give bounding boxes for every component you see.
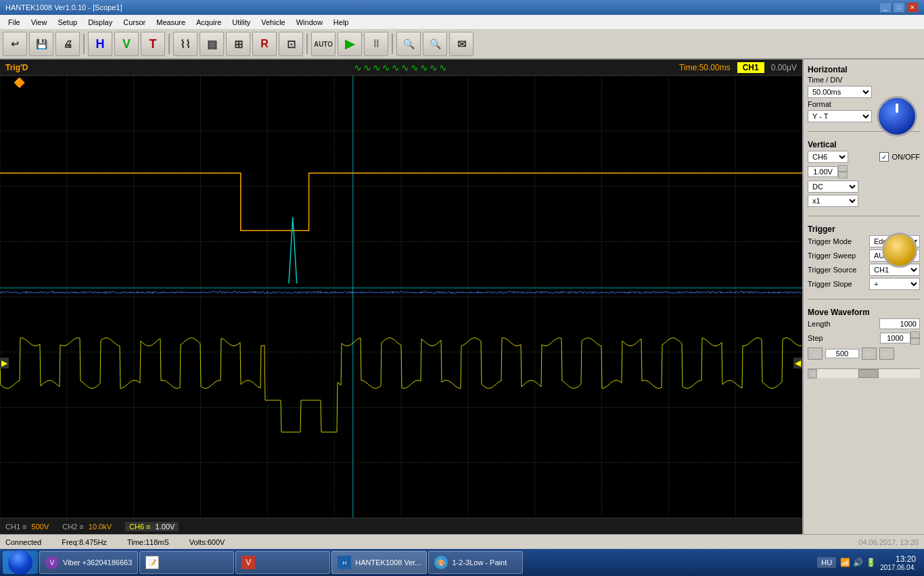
menu-display[interactable]: Display [83,17,118,28]
voltage-readout: 0.00μV [771,63,797,72]
step-input[interactable] [880,333,910,343]
ch6-info: CH6 ≡ 1.00V [125,522,179,531]
horizontal-scrollbar: ◀ [808,368,920,378]
print-button[interactable]: 🖨 [55,32,80,56]
ch1-voltage: 500V [32,523,49,531]
scroll-position-input[interactable] [825,349,859,358]
notepad-taskbar-btn[interactable]: 📝 [139,551,234,574]
scope-canvas-area[interactable]: ▶ ◀ 🔶 [0,76,802,518]
step-stepper: ▲ ▼ [880,331,920,345]
scroll-left-btn[interactable]: ◀ [808,369,817,379]
signal2-button[interactable]: ▤ [200,32,224,56]
undo-button[interactable]: ↩ [3,32,27,56]
coupling-row: DC [808,181,920,193]
menu-cursor[interactable]: Cursor [118,17,151,28]
scroll-controls-row: ◀ ▶ ▶| [808,347,920,360]
date-info: 04.06.2017. 13:20 [858,538,919,546]
scroll-right-button[interactable]: ▶ [862,347,877,360]
paint-taskbar-btn[interactable]: 🎨 1-2-3Low - Paint [428,551,523,574]
ch6-label: CH6 ≡ [129,523,150,531]
viber-label: Viber +36204186663 [63,558,132,567]
vertical-title: Vertical [808,139,920,151]
t-button[interactable]: T [141,32,165,56]
format-select[interactable]: Y - T [808,110,872,122]
volt-up-button[interactable]: ▲ [838,165,848,172]
volt-down-button[interactable]: ▼ [838,172,848,178]
email-button[interactable]: ✉ [449,32,473,56]
start-button[interactable] [3,551,38,574]
coupling-select[interactable]: DC [808,181,858,193]
window-controls: _ □ ✕ [879,2,919,13]
menu-window[interactable]: Window [291,17,328,28]
oscilloscope-canvas[interactable] [0,76,802,518]
menu-vehicle[interactable]: Vehicle [256,17,290,28]
red-icon-taskbar-btn[interactable]: V [235,551,330,574]
minimize-button[interactable]: _ [879,2,892,13]
move-waveform-section: Move Waveform Length Step ▲ ▼ ◀ [808,306,920,362]
main-area: Trig'D ∿∿∿∿∿∿∿∿∿∿ Time:50.00ms CH1 0.00μ… [0,59,924,534]
zoom-out-button[interactable]: 🔍 [423,32,447,56]
onoff-checkbox[interactable]: ✓ [879,152,889,162]
auto-button[interactable]: AUTO [311,32,336,56]
menu-view[interactable]: View [26,17,53,28]
menu-acquire[interactable]: Acquire [191,17,227,28]
vertical-knob[interactable] [882,233,917,268]
maximize-button[interactable]: □ [893,2,905,13]
trigger-slope-select[interactable]: + [869,278,920,290]
close-button[interactable]: ✕ [906,2,919,13]
paint-icon: 🎨 [434,556,448,569]
scroll-left-button[interactable]: ◀ [808,347,823,360]
ch6-trigger-indicator-right[interactable]: ◀ [793,358,802,368]
lang-indicator: HU [817,557,836,568]
cursor-button[interactable]: ⊡ [279,32,303,56]
right-panel: Horizontal Time / DIV 50.00ms Format Y -… [802,59,924,534]
ch-orange-indicator[interactable]: 🔶 [14,77,25,88]
length-input[interactable] [879,318,920,329]
app-title: HANTEK1008 Ver1.0.10 - [Scope1] [5,3,122,11]
step-down-button[interactable]: ▼ [910,338,920,345]
horizontal-section: Horizontal Time / DIV 50.00ms Format Y -… [808,64,920,124]
viber-taskbar-btn[interactable]: V Viber +36204186663 [39,551,138,574]
probe-row: x1 [808,195,920,207]
hantek-icon: H [338,556,351,569]
horizontal-knob[interactable] [877,96,917,137]
r-button[interactable]: R [252,32,277,56]
time-div-select[interactable]: 50.00ms [808,86,872,98]
menu-file[interactable]: File [3,17,26,28]
scroll-thumb[interactable] [858,369,879,378]
menu-help[interactable]: Help [328,17,354,28]
v-button[interactable]: V [114,32,139,56]
mini-waveform: ∿∿∿∿∿∿∿∿∿∿ [354,62,448,73]
trigger-sweep-label: Trigger Sweep [808,251,856,260]
hantek-taskbar-btn[interactable]: H HANTEK1008 Ver... [331,551,427,574]
signal1-button[interactable]: ⌇⌇ [173,32,198,56]
ch6-trigger-indicator-left[interactable]: ▶ [0,358,9,368]
clock-date: 2017.06.04. [880,564,916,571]
time-div-label: Time / DIV [808,76,855,84]
probe-select[interactable]: x1 [808,195,858,207]
run-button[interactable]: ▶ [338,32,362,56]
connection-status: Connected [5,538,41,546]
h-button[interactable]: H [88,32,112,56]
ch6-voltage: 1.00V [156,523,175,531]
zoom-in-button[interactable]: 🔍 [396,32,421,56]
move-waveform-title: Move Waveform [808,306,920,318]
ch1-info: CH1 ≡ 500V [5,523,49,531]
step-up-button[interactable]: ▲ [910,331,920,338]
notepad-icon: 📝 [145,556,159,569]
scroll-end-button[interactable]: ▶| [879,347,894,360]
save-button[interactable]: 💾 [29,32,53,56]
channel-select[interactable]: CH6 [808,151,848,163]
menu-setup[interactable]: Setup [52,17,83,28]
scroll-track[interactable] [817,369,920,378]
volt-div-stepper: ▲ ▼ [808,165,848,178]
menu-utility[interactable]: Utility [227,17,256,28]
volt-div-input[interactable] [808,166,838,177]
voltage-info: Volts:600V [189,538,225,546]
ch2-info: CH2 ≡ 10.0kV [62,523,112,531]
power-icon: 🔋 [866,558,876,567]
channel-onoff-row: CH6 ✓ ON/OFF [808,151,920,163]
grid-button[interactable]: ⊞ [226,32,250,56]
menu-measure[interactable]: Measure [151,17,191,28]
pause-button[interactable]: ⏸ [364,32,388,56]
